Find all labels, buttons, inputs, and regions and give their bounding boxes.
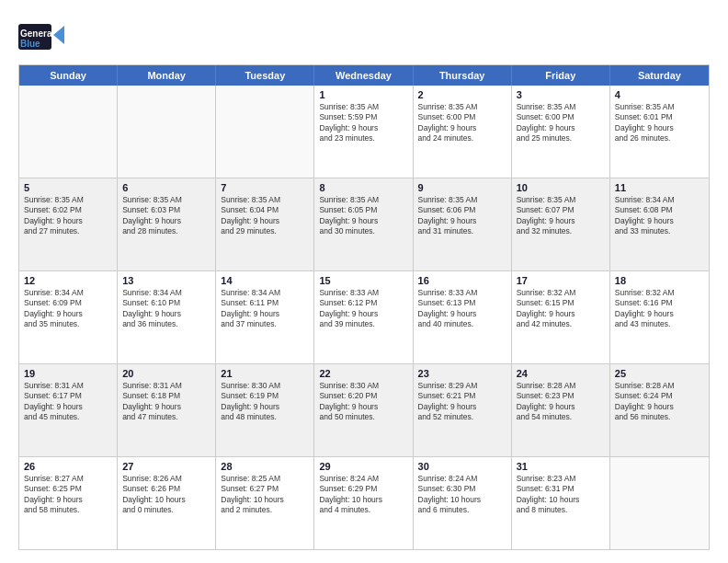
cell-info-text: Sunset: 6:29 PM (319, 484, 407, 494)
calendar-cell: 5Sunrise: 8:35 AMSunset: 6:02 PMDaylight… (19, 178, 118, 270)
cell-info-text: Daylight: 9 hours (319, 123, 407, 133)
cell-info-text: and 43 minutes. (615, 319, 704, 329)
cell-info-text: and 42 minutes. (517, 319, 605, 329)
cell-info-text: Sunrise: 8:28 AM (517, 381, 605, 391)
cell-info-text: Sunset: 6:25 PM (24, 484, 112, 494)
day-number: 23 (418, 368, 506, 379)
weekday-header-thursday: Thursday (414, 65, 512, 86)
calendar-cell (610, 457, 709, 549)
cell-info-text: Sunset: 6:13 PM (418, 298, 506, 308)
calendar-cell: 11Sunrise: 8:34 AMSunset: 6:08 PMDayligh… (610, 178, 709, 270)
day-number: 4 (615, 89, 704, 100)
cell-info-text: Daylight: 10 hours (418, 495, 506, 505)
cell-info-text: Daylight: 9 hours (122, 216, 210, 226)
cell-info-text: and 33 minutes. (615, 226, 704, 236)
cell-info-text: Sunrise: 8:35 AM (418, 102, 506, 112)
cell-info-text: and 24 minutes. (418, 133, 506, 144)
cell-info-text: and 56 minutes. (615, 412, 704, 422)
calendar-week-1: 1Sunrise: 8:35 AMSunset: 5:59 PMDaylight… (19, 86, 709, 178)
day-number: 17 (517, 275, 605, 286)
cell-info-text: Daylight: 9 hours (418, 216, 506, 226)
cell-info-text: Daylight: 9 hours (418, 402, 506, 412)
cell-info-text: Daylight: 9 hours (615, 402, 704, 412)
cell-info-text: and 29 minutes. (221, 226, 309, 236)
day-number: 2 (418, 89, 506, 100)
weekday-header-saturday: Saturday (610, 65, 709, 86)
calendar-cell: 26Sunrise: 8:27 AMSunset: 6:25 PMDayligh… (19, 457, 118, 549)
weekday-header-monday: Monday (118, 65, 216, 86)
day-number: 8 (319, 182, 407, 193)
cell-info-text: and 50 minutes. (319, 412, 407, 422)
cell-info-text: and 58 minutes. (24, 505, 112, 515)
cell-info-text: Sunrise: 8:34 AM (615, 195, 704, 205)
cell-info-text: Daylight: 9 hours (319, 216, 407, 226)
calendar-cell: 23Sunrise: 8:29 AMSunset: 6:21 PMDayligh… (414, 364, 512, 456)
cell-info-text: Daylight: 10 hours (319, 495, 407, 505)
calendar-cell: 6Sunrise: 8:35 AMSunset: 6:03 PMDaylight… (118, 178, 216, 270)
calendar-cell: 17Sunrise: 8:32 AMSunset: 6:15 PMDayligh… (512, 271, 610, 363)
cell-info-text: and 54 minutes. (517, 412, 605, 422)
cell-info-text: Daylight: 9 hours (221, 309, 309, 319)
day-number: 21 (221, 368, 309, 379)
calendar-cell: 8Sunrise: 8:35 AMSunset: 6:05 PMDaylight… (314, 178, 413, 270)
calendar-cell: 14Sunrise: 8:34 AMSunset: 6:11 PMDayligh… (216, 271, 314, 363)
cell-info-text: Sunrise: 8:33 AM (418, 288, 506, 298)
cell-info-text: Sunset: 6:10 PM (122, 298, 210, 308)
cell-info-text: Sunset: 6:30 PM (418, 484, 506, 494)
day-number: 13 (122, 275, 210, 286)
cell-info-text: Sunrise: 8:29 AM (418, 381, 506, 391)
cell-info-text: Sunset: 6:05 PM (319, 205, 407, 215)
svg-text:Blue: Blue (20, 39, 40, 49)
cell-info-text: Sunset: 6:00 PM (418, 112, 506, 122)
cell-info-text: Daylight: 10 hours (221, 495, 309, 505)
day-number: 27 (122, 461, 210, 472)
calendar-cell: 12Sunrise: 8:34 AMSunset: 6:09 PMDayligh… (19, 271, 118, 363)
calendar-cell: 21Sunrise: 8:30 AMSunset: 6:19 PMDayligh… (216, 364, 314, 456)
cell-info-text: Sunset: 6:04 PM (221, 205, 309, 215)
cell-info-text: Daylight: 9 hours (122, 309, 210, 319)
cell-info-text: and 2 minutes. (221, 505, 309, 515)
cell-info-text: Sunrise: 8:35 AM (418, 195, 506, 205)
cell-info-text: Daylight: 9 hours (615, 123, 704, 133)
day-number: 10 (517, 182, 605, 193)
cell-info-text: Sunset: 6:21 PM (418, 391, 506, 401)
cell-info-text: Sunrise: 8:35 AM (24, 195, 112, 205)
calendar-cell (216, 86, 314, 178)
cell-info-text: and 37 minutes. (221, 319, 309, 329)
cell-info-text: Daylight: 9 hours (24, 495, 112, 505)
calendar-cell: 29Sunrise: 8:24 AMSunset: 6:29 PMDayligh… (314, 457, 413, 549)
cell-info-text: Daylight: 9 hours (24, 216, 112, 226)
calendar-cell: 7Sunrise: 8:35 AMSunset: 6:04 PMDaylight… (216, 178, 314, 270)
cell-info-text: Sunrise: 8:32 AM (615, 288, 704, 298)
cell-info-text: Sunset: 6:27 PM (221, 484, 309, 494)
cell-info-text: Sunset: 6:31 PM (517, 484, 605, 494)
cell-info-text: Sunrise: 8:35 AM (122, 195, 210, 205)
cell-info-text: Daylight: 9 hours (615, 216, 704, 226)
cell-info-text: Sunrise: 8:35 AM (319, 102, 407, 112)
cell-info-text: Sunset: 6:08 PM (615, 205, 704, 215)
svg-text:General: General (20, 29, 54, 39)
logo: General Blue (18, 17, 64, 57)
calendar-cell: 19Sunrise: 8:31 AMSunset: 6:17 PMDayligh… (19, 364, 118, 456)
cell-info-text: and 27 minutes. (24, 226, 112, 236)
cell-info-text: Daylight: 10 hours (517, 495, 605, 505)
cell-info-text: Daylight: 9 hours (24, 402, 112, 412)
cell-info-text: Daylight: 9 hours (221, 402, 309, 412)
cell-info-text: Sunrise: 8:35 AM (517, 102, 605, 112)
cell-info-text: Sunrise: 8:25 AM (221, 474, 309, 484)
weekday-header-friday: Friday (512, 65, 610, 86)
calendar-cell: 24Sunrise: 8:28 AMSunset: 6:23 PMDayligh… (512, 364, 610, 456)
day-number: 19 (24, 368, 112, 379)
day-number: 18 (615, 275, 704, 286)
day-number: 9 (418, 182, 506, 193)
svg-marker-3 (53, 26, 64, 44)
calendar-week-4: 19Sunrise: 8:31 AMSunset: 6:17 PMDayligh… (19, 363, 709, 456)
calendar-cell: 31Sunrise: 8:23 AMSunset: 6:31 PMDayligh… (512, 457, 610, 549)
cell-info-text: Sunset: 6:06 PM (418, 205, 506, 215)
cell-info-text: Sunrise: 8:30 AM (319, 381, 407, 391)
cell-info-text: Daylight: 9 hours (517, 216, 605, 226)
calendar-cell: 2Sunrise: 8:35 AMSunset: 6:00 PMDaylight… (414, 86, 512, 178)
day-number: 7 (221, 182, 309, 193)
day-number: 3 (517, 89, 605, 100)
calendar-cell: 28Sunrise: 8:25 AMSunset: 6:27 PMDayligh… (216, 457, 314, 549)
